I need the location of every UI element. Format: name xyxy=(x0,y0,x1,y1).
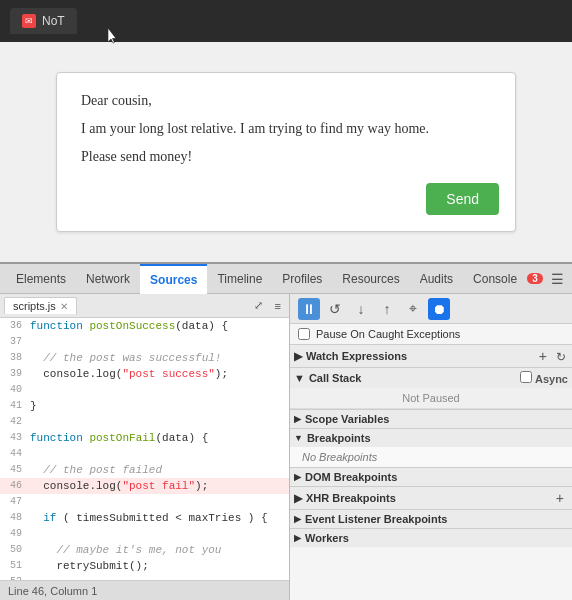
tab-profiles[interactable]: Profiles xyxy=(272,264,332,294)
scope-variables-label: Scope Variables xyxy=(305,413,389,425)
pause-button[interactable]: ⏸ xyxy=(298,298,320,320)
tab-timeline[interactable]: Timeline xyxy=(207,264,272,294)
code-line: 50 // maybe it's me, not you xyxy=(0,542,289,558)
browser-tab[interactable]: ✉ NoT xyxy=(10,8,77,34)
breakpoints-triangle: ▼ xyxy=(294,433,303,443)
tab-audits[interactable]: Audits xyxy=(410,264,463,294)
code-line: 44 xyxy=(0,446,289,462)
add-xhr-breakpoint-button[interactable]: + xyxy=(552,490,568,506)
code-line: 37 xyxy=(0,334,289,350)
pause-caught-exceptions-label: Pause On Caught Exceptions xyxy=(316,328,460,340)
email-line-2: I am your long lost relative. I am tryin… xyxy=(81,121,491,137)
email-box: Dear cousin, I am your long lost relativ… xyxy=(56,72,516,232)
email-line-3: Please send money! xyxy=(81,149,491,165)
code-line-highlighted: 46 console.log("post fail"); xyxy=(0,478,289,494)
tab-console[interactable]: Console xyxy=(463,264,527,294)
code-line: 38 // the post was successful! xyxy=(0,350,289,366)
event-listener-section[interactable]: ▶ Event Listener Breakpoints xyxy=(290,509,572,528)
pause-caught-exceptions-checkbox[interactable] xyxy=(298,328,310,340)
debug-toolbar: ⏸ ↺ ↓ ↑ ⌖ ⏺ xyxy=(290,294,572,324)
code-line: 51 retrySubmit(); xyxy=(0,558,289,574)
code-line: 39 console.log("post success"); xyxy=(0,366,289,382)
refresh-watch-button[interactable]: ↻ xyxy=(554,350,568,364)
code-line: 43 function postOnFail(data) { xyxy=(0,430,289,446)
tab-elements[interactable]: Elements xyxy=(6,264,76,294)
debug-panel: ⏸ ↺ ↓ ↑ ⌖ ⏺ Pause On Caught Exceptions ▶… xyxy=(290,294,572,600)
devtools-main: scripts.js ✕ ⤢ ≡ 36 function postOnSucce… xyxy=(0,294,572,600)
event-listener-label: Event Listener Breakpoints xyxy=(305,513,447,525)
tab-network[interactable]: Network xyxy=(76,264,140,294)
add-watch-button[interactable]: + xyxy=(535,348,551,364)
source-tab-icons: ⤢ ≡ xyxy=(250,297,285,314)
xhr-breakpoints-section[interactable]: ▶ XHR Breakpoints + xyxy=(290,486,572,509)
filter-icon[interactable]: ☰ xyxy=(547,269,568,289)
send-button[interactable]: Send xyxy=(426,183,499,215)
async-label: Async xyxy=(535,373,568,385)
code-line: 47 xyxy=(0,494,289,510)
scope-variables-section[interactable]: ▶ Scope Variables xyxy=(290,409,572,428)
devtools-panel: Elements Network Sources Timeline Profil… xyxy=(0,262,572,600)
source-menu-icon[interactable]: ≡ xyxy=(271,297,285,314)
status-text: Line 46, Column 1 xyxy=(8,585,97,597)
tab-sources[interactable]: Sources xyxy=(140,264,207,294)
call-stack-section[interactable]: ▼ Call Stack Async xyxy=(290,367,572,388)
source-file-tab[interactable]: scripts.js ✕ xyxy=(4,297,77,314)
pause-caught-exceptions-row: Pause On Caught Exceptions xyxy=(290,324,572,344)
close-file-icon[interactable]: ✕ xyxy=(60,301,68,312)
code-area[interactable]: 36 function postOnSuccess(data) { 37 38 … xyxy=(0,318,289,580)
step-into-button[interactable]: ↓ xyxy=(350,298,372,320)
call-stack-label: Call Stack xyxy=(309,372,362,384)
code-line: 40 xyxy=(0,382,289,398)
step-out-button[interactable]: ↑ xyxy=(376,298,398,320)
code-line: 49 xyxy=(0,526,289,542)
dom-breakpoints-section[interactable]: ▶ DOM Breakpoints xyxy=(290,467,572,486)
xhr-breakpoints-label: XHR Breakpoints xyxy=(306,492,396,504)
deactivate-breakpoints-button[interactable]: ⌖ xyxy=(402,298,424,320)
breakpoints-label: Breakpoints xyxy=(307,432,371,444)
status-bar: Line 46, Column 1 xyxy=(0,580,289,600)
code-line: 41 } xyxy=(0,398,289,414)
source-expand-icon[interactable]: ⤢ xyxy=(250,297,267,314)
tab-resources[interactable]: Resources xyxy=(332,264,409,294)
no-breakpoints-text: No Breakpoints xyxy=(290,447,572,467)
event-listener-triangle: ▶ xyxy=(294,514,301,524)
xhr-breakpoints-triangle: ▶ xyxy=(294,492,302,505)
code-line: 48 if ( timesSubmitted < maxTries ) { xyxy=(0,510,289,526)
tab-favicon-icon: ✉ xyxy=(22,14,36,28)
workers-section[interactable]: ▶ Workers xyxy=(290,528,572,547)
dom-breakpoints-triangle: ▶ xyxy=(294,472,301,482)
breakpoints-section[interactable]: ▼ Breakpoints xyxy=(290,428,572,447)
watch-expressions-label: Watch Expressions xyxy=(306,350,407,362)
scope-variables-triangle: ▶ xyxy=(294,414,301,424)
code-line: 42 xyxy=(0,414,289,430)
source-panel: scripts.js ✕ ⤢ ≡ 36 function postOnSucce… xyxy=(0,294,290,600)
pause-on-exceptions-button[interactable]: ⏺ xyxy=(428,298,450,320)
not-paused-text: Not Paused xyxy=(290,388,572,409)
workers-label: Workers xyxy=(305,532,349,544)
async-checkbox[interactable] xyxy=(520,371,532,383)
call-stack-triangle: ▼ xyxy=(294,372,305,384)
step-over-button[interactable]: ↺ xyxy=(324,298,346,320)
source-tabs-bar: scripts.js ✕ ⤢ ≡ xyxy=(0,294,289,318)
page-content-area: Dear cousin, I am your long lost relativ… xyxy=(0,42,572,262)
watch-expressions-section[interactable]: ▶ Watch Expressions + ↻ xyxy=(290,344,572,367)
browser-tab-bar: ✉ NoT xyxy=(0,0,572,42)
workers-triangle: ▶ xyxy=(294,533,301,543)
email-line-1: Dear cousin, xyxy=(81,93,491,109)
devtools-tab-icons: 3 ☰ ⚙ ◱ ✕ xyxy=(527,269,572,289)
code-line: 36 function postOnSuccess(data) { xyxy=(0,318,289,334)
error-badge: 3 xyxy=(527,273,543,284)
source-file-label: scripts.js xyxy=(13,300,56,312)
devtools-tab-bar: Elements Network Sources Timeline Profil… xyxy=(0,264,572,294)
watch-expressions-triangle: ▶ xyxy=(294,350,302,363)
tab-title: NoT xyxy=(42,14,65,28)
dom-breakpoints-label: DOM Breakpoints xyxy=(305,471,397,483)
code-line: 45 // the post failed xyxy=(0,462,289,478)
